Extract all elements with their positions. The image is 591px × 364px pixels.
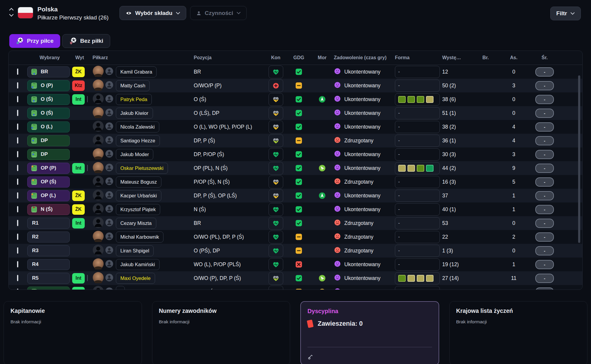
player-profile-icon[interactable]: [105, 136, 113, 144]
table-row[interactable]: OP (Ś) Mateusz Bogusz P/OP (Ś), N (Ś) Zd…: [9, 175, 582, 189]
selection-badge[interactable]: DP: [27, 149, 70, 160]
row-checkbox[interactable]: [17, 165, 18, 171]
table-row[interactable]: N (Ś) ŻK Krzysztof Piątek N (Ś) Ukontent…: [9, 202, 582, 216]
selection-badge[interactable]: R5: [27, 273, 70, 284]
player-profile-icon[interactable]: [105, 163, 113, 172]
player-profile-icon[interactable]: [105, 108, 113, 117]
player-name[interactable]: Oskar Pietuszewski: [116, 163, 168, 174]
row-checkbox[interactable]: [17, 124, 18, 130]
table-row[interactable]: O (Ś) Int Patryk Peda O (Ś) Ukontentowan…: [9, 92, 582, 106]
col-br[interactable]: Br.: [472, 55, 499, 60]
filter-button[interactable]: Filtr: [550, 7, 581, 20]
table-row[interactable]: O (Ś) Jakub Kiwior O (LŚ), DP Ukontentow…: [9, 106, 582, 120]
table-row[interactable]: OP (L) ŻK Kacper Urbański DP, P (Ś), OP …: [9, 189, 582, 202]
selection-badge[interactable]: N (Ś): [27, 204, 70, 215]
player-profile-icon[interactable]: [105, 246, 113, 254]
player-name[interactable]: Liran Shpigel: [116, 245, 154, 256]
player-profile-icon[interactable]: [105, 260, 113, 268]
player-profile-icon[interactable]: [105, 191, 113, 199]
selection-badge[interactable]: R4: [27, 259, 70, 270]
selection-badge[interactable]: R3: [27, 245, 70, 256]
col-sr[interactable]: Śr.: [528, 55, 561, 60]
chevron-down-icon[interactable]: [9, 14, 14, 17]
row-checkbox[interactable]: [17, 192, 18, 199]
selection-badge[interactable]: O (Ś): [27, 94, 70, 105]
vertical-scrollbar[interactable]: [578, 75, 580, 243]
col-kon[interactable]: Kon: [264, 55, 287, 60]
row-checkbox[interactable]: [17, 68, 18, 75]
player-profile-icon[interactable]: [105, 81, 113, 89]
col-wystepy[interactable]: Wystę…: [442, 55, 472, 60]
selection-badge[interactable]: R2: [27, 232, 70, 243]
col-pilkarz[interactable]: Piłkarz: [93, 55, 105, 60]
player-profile-icon[interactable]: [105, 232, 113, 240]
player-profile-icon[interactable]: [105, 95, 113, 103]
col-zadowolenie[interactable]: Zadowolenie (czas gry): [334, 55, 395, 60]
selection-badge[interactable]: O (L): [27, 121, 70, 132]
player-name[interactable]: Santiago Hezze: [116, 135, 160, 146]
player-name[interactable]: Matty Cash: [116, 80, 150, 91]
squad-selection-button[interactable]: Wybór składu: [119, 6, 186, 20]
table-row[interactable]: R3 Liran Shpigel O (PŚ), DP Zdruzgotany …: [9, 244, 582, 258]
table-row[interactable]: BR ŻK Kamil Grabara BR Ukontentowany - 1…: [9, 65, 582, 79]
selection-badge[interactable]: OP (Ś): [27, 176, 70, 188]
player-name[interactable]: Mateusz Bogusz: [116, 176, 161, 188]
col-as[interactable]: As.: [499, 55, 528, 60]
selection-badge[interactable]: DP: [27, 135, 70, 146]
col-forma[interactable]: Forma: [395, 55, 442, 60]
player-name[interactable]: Jakub Kamiński: [116, 259, 160, 270]
player-profile-icon[interactable]: [105, 67, 113, 75]
player-profile-icon[interactable]: [105, 122, 113, 130]
player-profile-icon[interactable]: [105, 218, 113, 227]
row-checkbox[interactable]: [17, 234, 18, 240]
table-row[interactable]: R2 Michał Karbownik O/WO (PL), DP, P (Ś)…: [9, 230, 582, 244]
chevron-up-icon[interactable]: [9, 8, 14, 11]
player-name[interactable]: Patryk Peda: [116, 94, 152, 105]
panel-discipline[interactable]: Dyscyplina Zawieszenia: 0: [300, 301, 439, 364]
col-gdg[interactable]: GDG: [287, 55, 310, 60]
player-name[interactable]: Cezary Miszta: [116, 218, 156, 229]
col-mor[interactable]: Mor: [310, 55, 334, 60]
table-row[interactable]: DP Santiago Hezze DP, P (Ś) Zdruzgotany …: [9, 134, 582, 147]
player-profile-icon[interactable]: [105, 273, 113, 282]
row-checkbox[interactable]: [17, 151, 18, 157]
player-name[interactable]: Kacper Urbański: [116, 190, 161, 201]
table-row[interactable]: Int DP, P (Ś) Ukontentowany - 25 3 -: [9, 285, 582, 290]
col-pozycja[interactable]: Pozycja: [194, 55, 264, 60]
row-checkbox[interactable]: [17, 220, 18, 226]
player-name[interactable]: Kamil Grabara: [116, 66, 157, 77]
selection-badge[interactable]: OP (P): [27, 163, 70, 174]
table-row[interactable]: DP Jakub Moder DP, P/OP (Ś) Ukontentowan…: [9, 147, 582, 161]
table-row[interactable]: R1 Int Cezary Miszta BR Zdruzgotany - 53…: [9, 216, 582, 230]
table-row[interactable]: O (L) Nicola Zalewski O (L), WO (PL), P/…: [9, 120, 582, 134]
player-name[interactable]: Krzysztof Piątek: [116, 204, 160, 215]
actions-button[interactable]: Czynności: [190, 6, 247, 20]
row-checkbox[interactable]: [17, 137, 18, 144]
selection-badge[interactable]: OP (L): [27, 190, 70, 201]
row-checkbox[interactable]: [17, 179, 18, 185]
row-checkbox[interactable]: [17, 82, 18, 89]
selection-badge[interactable]: [27, 287, 70, 290]
player-profile-icon[interactable]: [105, 287, 113, 290]
player-profile-icon[interactable]: [105, 177, 113, 185]
player-name[interactable]: Nicola Zalewski: [116, 121, 159, 132]
row-checkbox[interactable]: [17, 261, 18, 267]
selection-badge[interactable]: O (P): [27, 80, 70, 91]
row-checkbox[interactable]: [17, 275, 18, 281]
player-profile-icon[interactable]: [105, 150, 113, 158]
row-checkbox[interactable]: [17, 110, 18, 116]
tab-bez-pilki[interactable]: Bez piłki: [62, 34, 110, 48]
player-name[interactable]: Jakub Kiwior: [116, 108, 153, 119]
table-row[interactable]: OP (P) Int Oskar Pietuszewski OP (PL), N…: [9, 161, 582, 175]
player-profile-icon[interactable]: [105, 205, 113, 213]
col-wyt[interactable]: Wyt: [72, 55, 87, 60]
selection-badge[interactable]: O (Ś): [27, 108, 70, 119]
team-stepper[interactable]: [9, 8, 14, 17]
row-checkbox[interactable]: [17, 247, 18, 254]
player-name[interactable]: Maxi Oyedele: [116, 273, 155, 284]
player-name[interactable]: [116, 286, 125, 290]
row-checkbox[interactable]: [17, 96, 18, 102]
selection-badge[interactable]: R1: [27, 218, 70, 229]
tab-przy-pilce[interactable]: Przy piłce: [9, 34, 60, 48]
row-checkbox[interactable]: [17, 206, 18, 212]
